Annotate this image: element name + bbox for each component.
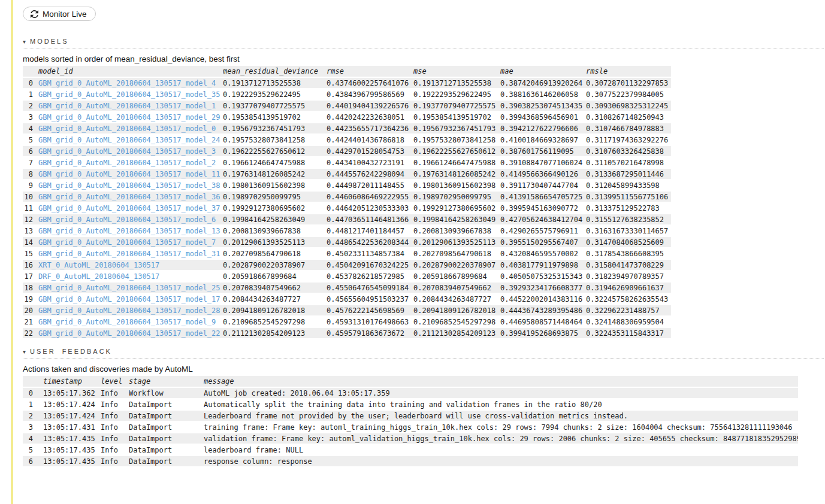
row-index: 9	[23, 180, 38, 191]
stage-value: DataImport	[129, 456, 204, 467]
rmse-value: 0.4420242232638051	[327, 111, 413, 123]
monitor-live-button[interactable]: Monitor Live	[23, 7, 96, 21]
row-index: 1	[23, 399, 38, 410]
table-row: 0GBM_grid_0_AutoML_20180604_130517_model…	[23, 77, 671, 89]
column-header-rmse: rmse	[327, 66, 413, 77]
table-row: 19GBM_grid_0_AutoML_20180604_130517_mode…	[23, 293, 671, 305]
stage-value: Workflow	[129, 387, 204, 399]
mse-value: 0.2008130939667838	[413, 225, 500, 236]
mae-value: 0.44436743289395486	[500, 305, 586, 316]
rmsle-value: 0.32245758262635543	[586, 293, 671, 305]
user-feedback-section-header[interactable]: ▾ USER FEEDBACK	[23, 348, 824, 359]
table-row: 17DRF_0_AutoML_20180604_1305170.20591866…	[23, 271, 671, 282]
index-column-header	[23, 66, 38, 77]
mse-value: 0.2070839407549662	[413, 282, 500, 293]
model-id-link[interactable]: GBM_grid_0_AutoML_20180604_130517_model_…	[38, 77, 223, 89]
rmse-value: 0.45655604951503237	[327, 293, 413, 305]
table-row: 8GBM_grid_0_AutoML_20180604_130517_model…	[23, 168, 671, 180]
models-leaderboard-table: model_id mean_residual_deviance rmse mse…	[23, 66, 671, 339]
table-row: 12GBM_grid_0_AutoML_20180604_130517_mode…	[23, 214, 671, 225]
mse-value: 0.1922293529622495	[413, 89, 500, 100]
mse-value: 0.1989702950099795	[413, 191, 500, 202]
message-value: validation frame: Frame key: automl_vali…	[204, 433, 798, 444]
model-id-link[interactable]: GBM_grid_0_AutoML_20180604_130517_model_…	[38, 327, 223, 339]
model-id-link[interactable]: XRT_0_AutoML_20180604_130517	[38, 259, 223, 271]
mae-value: 0.44695808571448464	[500, 316, 586, 327]
model-id-link[interactable]: GBM_grid_0_AutoML_20180604_130517_model_…	[38, 168, 223, 180]
mae-value: 0.3942127622796606	[500, 123, 586, 134]
monitor-live-label: Monitor Live	[43, 10, 87, 19]
model-id-link[interactable]: GBM_grid_0_AutoML_20180604_130517_model_…	[38, 157, 223, 168]
mean-residual-deviance-value: 0.19763148126085242	[223, 168, 327, 180]
rmse-value: 0.45931310176498663	[327, 316, 413, 327]
mean-residual-deviance-value: 0.19929127380695602	[223, 202, 327, 214]
mean-residual-deviance-value: 0.19377079407725575	[223, 100, 327, 111]
table-row: 9GBM_grid_0_AutoML_20180604_130517_model…	[23, 180, 671, 191]
rmse-value: 0.4537826218572985	[327, 271, 413, 282]
model-id-link[interactable]: GBM_grid_0_AutoML_20180604_130517_model_…	[38, 191, 223, 202]
rmse-value: 0.44642051230533303	[327, 202, 413, 214]
timestamp-value: 13:05:17.435	[38, 444, 101, 456]
column-header-model-id: model_id	[38, 66, 223, 77]
rmsle-value: 0.3241488306959504	[586, 316, 671, 327]
model-id-link[interactable]: GBM_grid_0_AutoML_20180604_130517_model_…	[38, 236, 223, 248]
model-id-link[interactable]: DRF_0_AutoML_20180604_130517	[38, 271, 223, 282]
mse-value: 0.205918667899684	[413, 271, 500, 282]
models-section-header[interactable]: ▾ MODELS	[23, 38, 824, 48]
mean-residual-deviance-value: 0.2084434263487727	[223, 293, 327, 305]
model-id-link[interactable]: GBM_grid_0_AutoML_20180604_130517_model_…	[38, 282, 223, 293]
model-id-link[interactable]: GBM_grid_0_AutoML_20180604_130517_model_…	[38, 202, 223, 214]
level-value: Info	[101, 410, 129, 421]
column-header-mean-residual-deviance: mean_residual_deviance	[223, 66, 327, 77]
timestamp-value: 13:05:17.435	[38, 433, 101, 444]
mean-residual-deviance-value: 0.1913712713525538	[223, 77, 327, 89]
mean-residual-deviance-value: 0.20287900220378907	[223, 259, 327, 271]
level-value: Info	[101, 399, 129, 410]
mae-value: 0.4149566366490126	[500, 168, 586, 180]
model-id-link[interactable]: GBM_grid_0_AutoML_20180604_130517_model_…	[38, 111, 223, 123]
mean-residual-deviance-value: 0.1953854139519702	[223, 111, 327, 123]
message-value: response column: response	[204, 456, 798, 467]
mean-residual-deviance-value: 0.19622255627650612	[223, 145, 327, 157]
mean-residual-deviance-value: 0.2027098564790618	[223, 248, 327, 259]
rmse-value: 0.4481217401184457	[327, 225, 413, 236]
model-id-link[interactable]: GBM_grid_0_AutoML_20180604_130517_model_…	[38, 123, 223, 134]
rmse-value: 0.4384396799586569	[327, 89, 413, 100]
column-header-timestamp: timestamp	[38, 376, 101, 387]
mse-value: 0.20941809126782018	[413, 305, 500, 316]
mean-residual-deviance-value: 0.21121302854209123	[223, 327, 327, 339]
mse-value: 0.20287900220378907	[413, 259, 500, 271]
mse-value: 0.19377079407725575	[413, 100, 500, 111]
mae-value: 0.3955150295567407	[500, 236, 586, 248]
model-id-link[interactable]: GBM_grid_0_AutoML_20180604_130517_model_…	[38, 145, 223, 157]
rmsle-value: 0.313375129522783	[586, 202, 671, 214]
rmsle-value: 0.3147084068525609	[586, 236, 671, 248]
mean-residual-deviance-value: 0.19801360915602398	[223, 180, 327, 191]
row-index: 4	[23, 123, 38, 134]
mse-value: 0.19801360915602398	[413, 180, 500, 191]
mae-value: 0.3994368596456901	[500, 111, 586, 123]
table-row: 10GBM_grid_0_AutoML_20180604_130517_mode…	[23, 191, 671, 202]
mae-value: 0.4038177911979898	[500, 259, 586, 271]
level-value: Info	[101, 433, 129, 444]
model-id-link[interactable]: GBM_grid_0_AutoML_20180604_130517_model_…	[38, 180, 223, 191]
rmse-value: 0.44865422536208344	[327, 236, 413, 248]
model-id-link[interactable]: GBM_grid_0_AutoML_20180604_130517_model_…	[38, 305, 223, 316]
row-index: 20	[23, 305, 38, 316]
mae-value: 0.41391586654705725	[500, 191, 586, 202]
mean-residual-deviance-value: 0.2008130939667838	[223, 225, 327, 236]
model-id-link[interactable]: GBM_grid_0_AutoML_20180604_130517_model_…	[38, 293, 223, 305]
model-id-link[interactable]: GBM_grid_0_AutoML_20180604_130517_model_…	[38, 134, 223, 145]
model-id-link[interactable]: GBM_grid_0_AutoML_20180604_130517_model_…	[38, 225, 223, 236]
row-index: 3	[23, 111, 38, 123]
model-id-link[interactable]: GBM_grid_0_AutoML_20180604_130517_model_…	[38, 214, 223, 225]
model-id-link[interactable]: GBM_grid_0_AutoML_20180604_130517_model_…	[38, 316, 223, 327]
stage-value: DataImport	[129, 421, 204, 433]
model-id-link[interactable]: GBM_grid_0_AutoML_20180604_130517_model_…	[38, 100, 223, 111]
rmsle-value: 0.3133687295011446	[586, 168, 671, 180]
row-index: 15	[23, 248, 38, 259]
model-id-link[interactable]: GBM_grid_0_AutoML_20180604_130517_model_…	[38, 89, 223, 100]
model-id-link[interactable]: GBM_grid_0_AutoML_20180604_130517_model_…	[38, 248, 223, 259]
rmse-value: 0.45506476545099184	[327, 282, 413, 293]
timestamp-value: 13:05:17.431	[38, 421, 101, 433]
